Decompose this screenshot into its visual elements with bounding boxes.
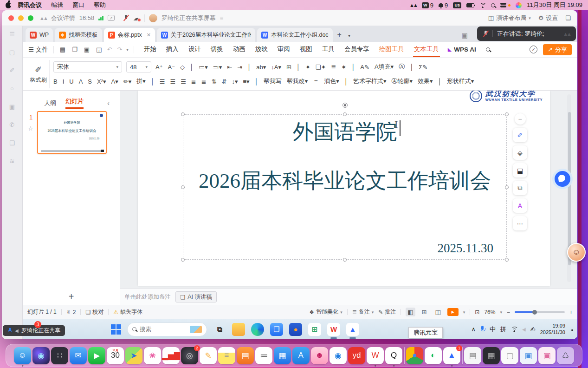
resize-handle-ne[interactable] — [505, 112, 509, 116]
play-options-caret-icon[interactable]: ▾ — [463, 310, 465, 315]
toolbar-button[interactable]: ≔▾ — [199, 64, 208, 71]
dock-maps[interactable]: ➤ — [125, 347, 142, 364]
taskbar-clock[interactable]: 19:09 2025/11/30 — [540, 323, 565, 336]
dock-books[interactable]: ▤ — [237, 347, 254, 364]
fullscreen-button[interactable]: ❏ — [565, 14, 571, 21]
rail-more[interactable]: ⋯ — [513, 216, 527, 230]
dock-app-store[interactable]: A — [292, 347, 310, 364]
dock-mail[interactable]: ✉ — [70, 347, 87, 364]
menu-insert[interactable]: 插入 — [165, 42, 180, 57]
tab-tongzhi-doc[interactable]: W 关于2026届本科毕业论文工作的通知 — [157, 28, 255, 42]
dock-dark-app[interactable]: ◎ 2 — [181, 347, 198, 364]
meeting-detail-link[interactable]: 会议详情 — [51, 14, 75, 22]
dock-launchpad[interactable]: ∷ — [51, 347, 68, 364]
toolbar-button[interactable]: ⇤ — [227, 64, 232, 71]
mic-muted-icon[interactable] — [123, 14, 129, 21]
dock-finder[interactable]: ☺ — [14, 347, 31, 364]
ai-speech-notes-button[interactable]: ❏ AI 演讲稿 — [175, 291, 217, 302]
menu-text-tools[interactable]: 文本工具 — [413, 42, 440, 57]
toolbar-button[interactable]: ☰ — [160, 78, 165, 85]
meeting-menubar-icon[interactable]: ▲▲ — [409, 2, 417, 8]
find-icon[interactable] — [486, 47, 490, 52]
text-box-selection[interactable]: 外国语学院 I 2026届本科毕业论文工作培训会 2025.11.30 — [183, 114, 507, 260]
dock-pages[interactable]: ✎ — [200, 347, 217, 364]
toolbar-button[interactable]: ≣ — [331, 64, 336, 71]
share-list-icon[interactable]: ≡ — [220, 14, 224, 21]
panel-icon[interactable]: ▣ — [9, 103, 15, 110]
quick-access-icon[interactable]: ▣ — [83, 46, 90, 53]
menu-slideshow[interactable]: 放映 — [254, 42, 269, 57]
resize-handle-s[interactable] — [343, 258, 347, 262]
menu-view[interactable]: 视图 — [299, 42, 313, 57]
toolbar-button[interactable]: A⁻ — [168, 64, 175, 71]
resize-handle-se[interactable] — [505, 258, 509, 262]
open-external-icon[interactable]: ↗ — [108, 15, 115, 21]
spotlight-search-icon[interactable] — [491, 3, 495, 7]
menu-review[interactable]: 审阅 — [277, 42, 291, 57]
dock-trash[interactable]: ♺ — [557, 347, 574, 364]
slide-date[interactable]: 2025.11.30 — [438, 241, 494, 256]
menu-member[interactable]: 会员专享 — [343, 42, 370, 57]
slide-sorter-view-button[interactable]: ⊞ — [420, 308, 429, 316]
dock-image-file-pink[interactable]: ▣ — [538, 347, 556, 364]
toolbar-button[interactable]: ☰ — [170, 78, 176, 85]
wifi-icon[interactable] — [479, 3, 486, 8]
menu-draw-tools[interactable]: 绘图工具 — [378, 42, 405, 57]
taskbar-task-view[interactable]: ⧉ — [213, 323, 226, 336]
collapse-panel-icon[interactable]: ‹ — [107, 99, 110, 107]
smart-beautify-button[interactable]: ❖ 智能美化 ▾ — [309, 308, 342, 316]
layout-switch-button[interactable]: ◫ 演讲者布局 ▾ — [488, 14, 531, 22]
toolbar-button[interactable]: ≣ — [191, 78, 196, 85]
control-center-item[interactable] — [500, 3, 510, 7]
toolbar-button[interactable]: Ⓐ — [399, 63, 405, 71]
toolbar-button[interactable]: ≣ — [201, 78, 207, 85]
ime-language[interactable]: 中 — [490, 325, 496, 334]
dock-siri[interactable]: ◉ — [32, 347, 50, 364]
menubar-menu-item[interactable]: 编辑 — [51, 1, 63, 9]
toolbar-button[interactable]: ❏✦ — [316, 64, 326, 71]
normal-view-button[interactable]: ◧ — [406, 308, 415, 316]
zoom-in-button[interactable]: + — [569, 309, 573, 315]
undo-icon[interactable]: ↶ — [106, 46, 113, 53]
dock-calendar[interactable]: 11月 30 — [107, 347, 124, 364]
dock-screenshot-file[interactable]: ▦ — [483, 347, 500, 364]
rail-collapse[interactable]: − — [515, 113, 526, 125]
zoom-out-button[interactable]: − — [507, 309, 510, 315]
toolbar-button[interactable]: S — [88, 78, 92, 85]
toolbar-button[interactable]: ✏▾ — [123, 78, 131, 85]
toolbar-button[interactable]: ⊞ — [286, 64, 291, 71]
toolbar-button[interactable]: │ — [255, 78, 258, 85]
ime-mode[interactable]: 拼 — [500, 325, 506, 334]
add-slide-button[interactable]: + — [23, 289, 120, 305]
dock-image-file-blue[interactable]: ▣ — [520, 347, 537, 364]
battery-icon[interactable] — [466, 3, 474, 7]
dock-photos[interactable]: ❀ — [144, 347, 161, 364]
rail-shape-format[interactable]: ⧉ — [513, 181, 527, 195]
tray-mic-icon[interactable] — [480, 326, 485, 333]
dock-youdao[interactable]: yd — [348, 347, 365, 364]
slide-canvas[interactable]: 武汉纺织大学 WUHAN TEXTILE UNIVERSITY — [120, 91, 577, 289]
windows-search-box[interactable] — [127, 322, 207, 336]
toolbar-button[interactable]: 润色▾ — [324, 77, 339, 85]
toolbar-button[interactable]: │ — [410, 64, 414, 71]
toolbar-button[interactable]: │ — [297, 64, 300, 71]
new-tab-button[interactable]: + — [335, 31, 344, 42]
menubar-app-name[interactable]: 腾讯会议 — [18, 1, 42, 9]
panel-icon[interactable]: ✐ — [10, 67, 15, 74]
favorite-star-icon[interactable]: ☆ — [28, 125, 33, 132]
dock-notes[interactable]: ≡ — [218, 347, 235, 364]
tray-wifi-icon[interactable] — [511, 327, 517, 332]
rail-wps-ai[interactable]: A — [513, 198, 527, 213]
dock-document-file[interactable]: ▤ — [464, 347, 481, 364]
toolbar-button[interactable]: ↓A▾ — [271, 64, 281, 71]
tab-outline[interactable]: 大纲 — [44, 99, 56, 107]
toolbar-button[interactable]: U — [69, 78, 73, 85]
sharing-status-pill[interactable]: ◀) 罗绮伦正在共享 3 — [3, 325, 65, 336]
notes-toggle-button[interactable]: ≣ 备注 ▾ — [352, 308, 374, 316]
toolbar-button[interactable]: 艺术字样式▾ — [353, 77, 387, 85]
applause-counter[interactable]: ✌ 2 — [66, 309, 76, 315]
tab-huibiao-pptx[interactable]: P 会标.pptx ✕ — [104, 28, 155, 42]
zoom-level[interactable]: 76% — [484, 309, 495, 315]
color-app-icon[interactable] — [516, 2, 522, 8]
proofread-button[interactable]: ❏ 校对 — [85, 308, 103, 316]
